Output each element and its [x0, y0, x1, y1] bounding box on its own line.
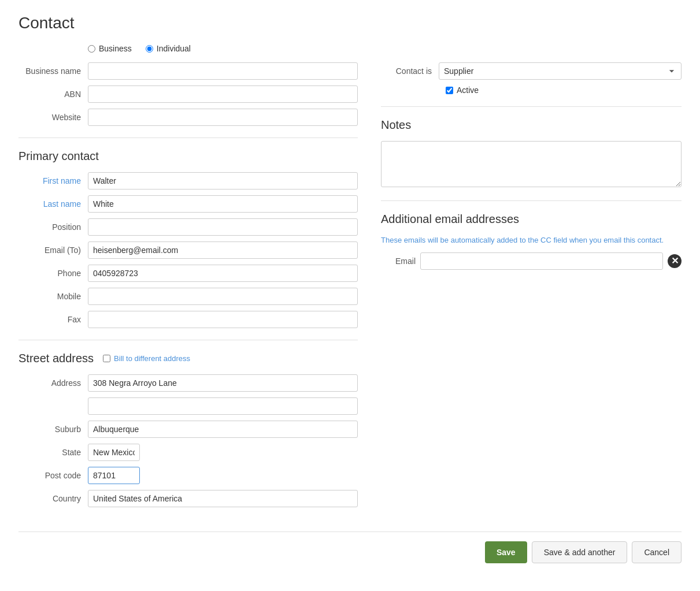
suburb-row: Suburb	[18, 421, 358, 438]
business-name-input[interactable]	[88, 62, 358, 80]
individual-radio-text: Individual	[157, 44, 191, 53]
active-row: Active	[381, 86, 682, 95]
suburb-label: Suburb	[18, 425, 88, 434]
business-radio-label[interactable]: Business	[88, 44, 132, 53]
fax-input[interactable]	[88, 311, 358, 328]
footer-buttons: Save Save & add another Cancel	[18, 531, 682, 563]
country-row: Country	[18, 490, 358, 507]
additional-email-heading: Additional email addresses	[381, 213, 682, 226]
page-title: Contact	[18, 14, 682, 32]
save-add-another-button[interactable]: Save & add another	[532, 541, 628, 563]
last-name-input[interactable]	[88, 195, 358, 213]
bill-to-label[interactable]: Bill to different address	[103, 354, 190, 363]
business-name-row: Business name	[18, 62, 358, 80]
phone-input[interactable]	[88, 265, 358, 282]
state-label: State	[18, 448, 88, 457]
position-label: Position	[18, 222, 88, 232]
individual-radio[interactable]	[146, 45, 153, 53]
additional-email-label: Email	[381, 257, 416, 266]
state-row: State	[18, 444, 358, 461]
contact-is-label: Contact is	[381, 66, 439, 76]
business-radio-text: Business	[99, 44, 132, 53]
active-text: Active	[457, 86, 479, 95]
first-name-row: First name	[18, 172, 358, 189]
phone-label: Phone	[18, 269, 88, 278]
address-row: Address	[18, 374, 358, 392]
address-input[interactable]	[88, 374, 358, 392]
email-to-input[interactable]	[88, 241, 358, 259]
active-label[interactable]: Active	[446, 86, 479, 95]
individual-radio-label[interactable]: Individual	[146, 44, 191, 53]
additional-email-row: Email ✕	[381, 252, 682, 270]
street-address-header: Street address Bill to different address	[18, 352, 358, 365]
abn-label: ABN	[18, 90, 88, 99]
phone-row: Phone	[18, 265, 358, 282]
last-name-label: Last name	[18, 199, 88, 209]
postcode-input[interactable]	[88, 467, 140, 484]
postcode-row: Post code	[18, 467, 358, 484]
additional-email-input[interactable]	[420, 252, 663, 270]
contact-type-group: Business Individual	[18, 44, 682, 53]
notes-textarea[interactable]	[381, 141, 682, 187]
fax-label: Fax	[18, 315, 88, 324]
website-label: Website	[18, 113, 88, 122]
position-row: Position	[18, 218, 358, 236]
suburb-input[interactable]	[88, 421, 358, 438]
first-name-input[interactable]	[88, 172, 358, 189]
contact-is-select[interactable]: Supplier Customer Employee Partner	[439, 62, 682, 80]
abn-input[interactable]	[88, 86, 358, 103]
remove-email-button[interactable]: ✕	[668, 254, 682, 268]
business-name-label: Business name	[18, 66, 88, 76]
bill-to-checkbox[interactable]	[103, 355, 110, 362]
bill-to-text: Bill to different address	[114, 354, 190, 363]
cancel-button[interactable]: Cancel	[632, 541, 682, 563]
active-checkbox[interactable]	[446, 87, 453, 94]
fax-row: Fax	[18, 311, 358, 328]
abn-row: ABN	[18, 86, 358, 103]
additional-email-description: These emails will be automatically added…	[381, 235, 682, 246]
mobile-input[interactable]	[88, 288, 358, 305]
country-label: Country	[18, 494, 88, 503]
address-label: Address	[18, 378, 88, 388]
street-address-heading: Street address	[18, 352, 94, 365]
notes-heading: Notes	[381, 118, 682, 132]
last-name-row: Last name	[18, 195, 358, 213]
first-name-label: First name	[18, 176, 88, 185]
state-input[interactable]	[88, 444, 140, 461]
email-to-label: Email (To)	[18, 246, 88, 255]
website-row: Website	[18, 109, 358, 126]
mobile-row: Mobile	[18, 288, 358, 305]
website-input[interactable]	[88, 109, 358, 126]
email-to-row: Email (To)	[18, 241, 358, 259]
postcode-label: Post code	[18, 471, 88, 480]
mobile-label: Mobile	[18, 292, 88, 301]
contact-is-row: Contact is Supplier Customer Employee Pa…	[381, 62, 682, 80]
business-radio[interactable]	[88, 45, 95, 53]
address2-row	[18, 397, 358, 415]
position-input[interactable]	[88, 218, 358, 236]
save-button[interactable]: Save	[485, 541, 527, 563]
country-input[interactable]	[88, 490, 358, 507]
address2-input[interactable]	[88, 397, 358, 415]
primary-contact-heading: Primary contact	[18, 150, 358, 163]
